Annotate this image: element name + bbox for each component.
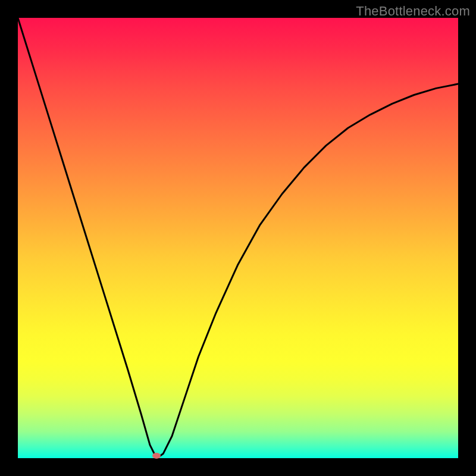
- optimal-point-marker: [152, 453, 161, 459]
- watermark-text: TheBottleneck.com: [356, 4, 470, 19]
- chart-frame: TheBottleneck.com: [0, 0, 476, 476]
- bottleneck-curve: [18, 18, 458, 458]
- curve-path: [18, 18, 458, 457]
- plot-area: [18, 18, 458, 458]
